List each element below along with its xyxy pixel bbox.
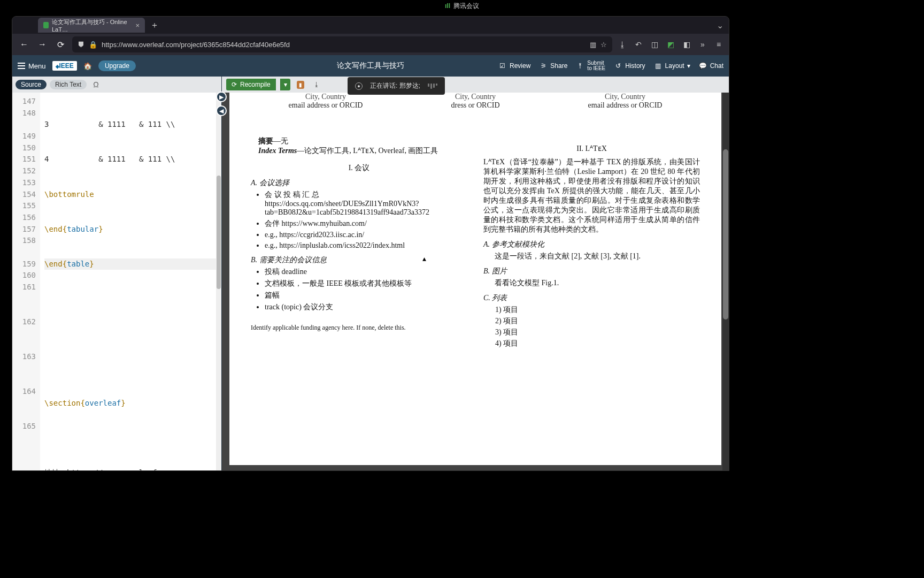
menu-label: Menu (28, 62, 46, 70)
undo-close-icon[interactable]: ↶ (634, 40, 643, 49)
upload-icon: ⭱ (576, 62, 584, 70)
submit-button[interactable]: ⭱Submitto IEEE (576, 60, 605, 71)
author-email-1: email address or ORCID (251, 101, 401, 110)
url-bar: ← → ⟳ ⛊ 🔒 https://www.overleaf.com/proje… (12, 34, 729, 55)
editor-pane: Source Rich Text Ω ▶ ◀ 147 148 149 150 1… (12, 77, 222, 470)
pane-collapse-right-icon[interactable]: ▶ (216, 92, 227, 102)
mouse-cursor: ▴ (422, 254, 426, 263)
reader-mode-icon[interactable]: ▥ (590, 41, 596, 49)
recompile-options-dropdown[interactable]: ▾ (280, 79, 290, 90)
chat-icon: 💬 (699, 62, 707, 70)
recompile-button[interactable]: ⟳Recompile (226, 79, 276, 90)
tab-strip: 论文写作工具与技巧 - Online LaT… × ＋ ⌄ (12, 17, 729, 34)
review-button[interactable]: ☑Review (498, 62, 530, 70)
url-text: https://www.overleaf.com/project/6365c85… (102, 41, 290, 49)
mic-icon: ● (355, 82, 363, 90)
meeting-app-name: 腾讯会议 (453, 2, 479, 11)
share-button[interactable]: ⚞Share (539, 62, 567, 70)
ref-sentence: 这是一段话，来自文献 [2], 文献 [3], 文献 [1]. (483, 252, 700, 261)
scrollbar-thumb[interactable] (217, 176, 221, 289)
menu-button[interactable]: Menu (18, 62, 46, 70)
new-tab-button[interactable]: ＋ (150, 20, 159, 31)
subsection-1b: B. 需要关注的会议信息 (251, 255, 467, 265)
reload-button[interactable]: ⟳ (54, 38, 67, 51)
latex-intro-paragraph: LᴬTᴇX（音译“拉泰赫”）是一种基于 TEX 的排版系统，由美国计算机科学家莱… (483, 157, 700, 234)
subsection-2a: A. 参考文献模块化 (483, 240, 700, 249)
app-menu-icon[interactable]: ≡ (714, 40, 723, 49)
history-button[interactable]: ↺History (614, 62, 645, 70)
chat-button[interactable]: 💬Chat (699, 62, 723, 70)
scrollbar-thumb[interactable] (723, 149, 728, 320)
list-item: 投稿 deadline (265, 267, 467, 277)
editor-scrollbar[interactable] (216, 93, 221, 470)
list-item: 会 议 投 稿 汇 总 https://docs.qq.com/sheet/DU… (265, 190, 467, 217)
list-item: 4) 项目 (495, 339, 700, 348)
subsection-1a: A. 会议选择 (251, 178, 467, 188)
editor-mode-tabs: Source Rich Text Ω (12, 77, 221, 93)
os-menu-bar: ıll 腾讯会议 (0, 0, 924, 12)
download-icon[interactable]: ⭳ (618, 40, 627, 49)
review-icon: ☑ (498, 62, 507, 70)
list-item: 3) 项目 (495, 328, 700, 337)
symbol-palette-icon[interactable]: Ω (93, 80, 98, 89)
section-1-title: I. 会议 (251, 163, 467, 173)
pdf-viewport[interactable]: City, Countryemail address or ORCID City… (222, 93, 729, 470)
author-email-3: email address or ORCID (550, 101, 700, 110)
subsection-2c: C. 列表 (483, 293, 700, 303)
overleaf-favicon (43, 22, 49, 28)
address-bar[interactable]: ⛊ 🔒 https://www.overleaf.com/project/636… (72, 36, 612, 52)
tab-rich-text[interactable]: Rich Text (50, 80, 87, 89)
section-2-title: II. LᴬTᴇX (483, 144, 700, 153)
list-item: 2) 项目 (495, 316, 700, 326)
list-item: 篇幅 (265, 291, 467, 300)
home-icon[interactable]: 🏠 (83, 62, 92, 70)
pdf-page: City, Countryemail address or ORCID City… (229, 93, 721, 465)
list-item: 会伴 https://www.myhuiban.com/ (265, 219, 467, 229)
browser-tab-overleaf[interactable]: 论文写作工具与技巧 - Online LaT… × (38, 18, 145, 33)
code-body[interactable]: 3 & 1111 & 111 \\ 4 & 1111 & 111 \\ \bot… (40, 93, 221, 470)
extension-icon-3[interactable]: ◧ (682, 40, 691, 49)
lock-icon: 🔒 (89, 41, 97, 49)
extension-icon-1[interactable]: ◫ (650, 40, 659, 49)
tabs-dropdown-icon[interactable]: ⌄ (717, 20, 729, 31)
hamburger-icon (18, 63, 25, 69)
forward-button[interactable]: → (36, 38, 49, 51)
list-item: e.g., https://ccgrid2023.iisc.ac.in/ (265, 231, 467, 239)
layout-button[interactable]: ▥Layout ▾ (654, 62, 690, 70)
list-item: 1) 项目 (495, 305, 700, 315)
author-city-3: City, Country (550, 93, 700, 101)
bookmark-star-icon[interactable]: ☆ (600, 41, 607, 49)
pdf-scrollbar[interactable] (722, 93, 729, 470)
back-button[interactable]: ← (18, 38, 30, 51)
pdf-left-column: 摘要—无 Index Terms—论文写作工具, LᴬTᴇX, Overleaf… (251, 136, 467, 350)
shield-icon: ⛊ (78, 41, 84, 49)
overflow-icon[interactable]: » (698, 40, 707, 49)
refresh-icon: ⟳ (232, 81, 237, 88)
author-email-2: dress or ORCID (401, 101, 550, 110)
overleaf-toolbar: Menu ◈IEEE 🏠 Upgrade 论文写作工具与技巧 ☑Review ⚞… (12, 55, 729, 77)
pane-collapse-left-icon[interactable]: ◀ (216, 105, 227, 116)
close-tab-icon[interactable]: × (135, 21, 140, 29)
ieee-logo[interactable]: ◈IEEE (52, 61, 77, 71)
logs-button[interactable]: ▮ (295, 79, 306, 90)
line-gutter: 147 148 149 150 151 152 153 154 155 156 … (12, 93, 40, 470)
tab-source[interactable]: Source (16, 80, 47, 89)
download-pdf-icon[interactable]: ⭳ (311, 79, 322, 90)
signal-icon: ıll (445, 2, 450, 10)
share-icon: ⚞ (539, 62, 548, 70)
subsection-2b: B. 图片 (483, 267, 700, 276)
fig-sentence: 看看论文模型 Fig.1. (483, 278, 700, 288)
upgrade-button[interactable]: Upgrade (98, 60, 136, 71)
extension-icon-2[interactable]: ◩ (666, 40, 675, 49)
history-icon: ↺ (614, 62, 622, 70)
project-title[interactable]: 论文写作工具与技巧 (337, 61, 404, 71)
preview-pane: ⟳Recompile▾ ▮ ⭳ City, Countryemail addre… (222, 77, 729, 470)
list-item: track (topic) 会议分支 (265, 302, 467, 312)
chevron-down-icon: ▾ (687, 62, 690, 70)
funding-footnote: Identify applicable funding agency here.… (251, 324, 467, 332)
speaking-label: 正在讲话: 邢梦达; (370, 81, 420, 90)
code-editor[interactable]: 147 148 149 150 151 152 153 154 155 156 … (12, 93, 221, 470)
list-item: 文档模板，一般是 IEEE 模板或者其他模板等 (265, 279, 467, 288)
waveform-icon (428, 83, 437, 89)
compile-toolbar: ⟳Recompile▾ ▮ ⭳ (222, 77, 729, 93)
